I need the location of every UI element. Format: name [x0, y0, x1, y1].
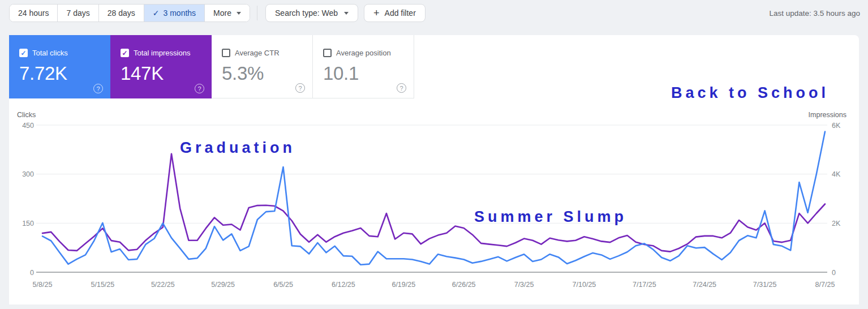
svg-text:0: 0 — [832, 269, 836, 277]
svg-text:7/3/25: 7/3/25 — [514, 281, 534, 289]
svg-text:Clicks: Clicks — [17, 111, 36, 119]
annotation-back-to-school: Back to School — [671, 84, 829, 102]
svg-text:5/15/25: 5/15/25 — [91, 281, 115, 289]
svg-text:7/31/25: 7/31/25 — [753, 281, 777, 289]
svg-text:8/7/25: 8/7/25 — [815, 281, 835, 289]
performance-chart[interactable]: ClicksImpressions45030015006K4K2K05/8/25… — [0, 0, 868, 309]
svg-text:4K: 4K — [832, 170, 841, 178]
svg-text:450: 450 — [22, 122, 34, 130]
annotation-graduation: Graduation — [180, 139, 295, 157]
svg-text:0: 0 — [30, 269, 34, 277]
svg-text:150: 150 — [22, 220, 34, 228]
svg-text:6/5/25: 6/5/25 — [273, 281, 293, 289]
svg-text:6K: 6K — [832, 122, 841, 130]
svg-text:Impressions: Impressions — [809, 111, 846, 119]
svg-text:5/8/25: 5/8/25 — [33, 281, 53, 289]
svg-text:6/19/25: 6/19/25 — [392, 281, 415, 289]
svg-text:6/26/25: 6/26/25 — [452, 281, 476, 289]
svg-text:7/10/25: 7/10/25 — [573, 281, 596, 289]
annotation-summer-slump: Summer Slump — [474, 208, 627, 226]
svg-text:6/12/25: 6/12/25 — [332, 281, 355, 289]
svg-text:7/17/25: 7/17/25 — [633, 281, 656, 289]
svg-text:5/29/25: 5/29/25 — [211, 281, 235, 289]
svg-text:7/24/25: 7/24/25 — [693, 281, 716, 289]
svg-text:5/22/25: 5/22/25 — [151, 281, 175, 289]
svg-text:300: 300 — [22, 170, 34, 178]
svg-text:2K: 2K — [832, 220, 841, 228]
